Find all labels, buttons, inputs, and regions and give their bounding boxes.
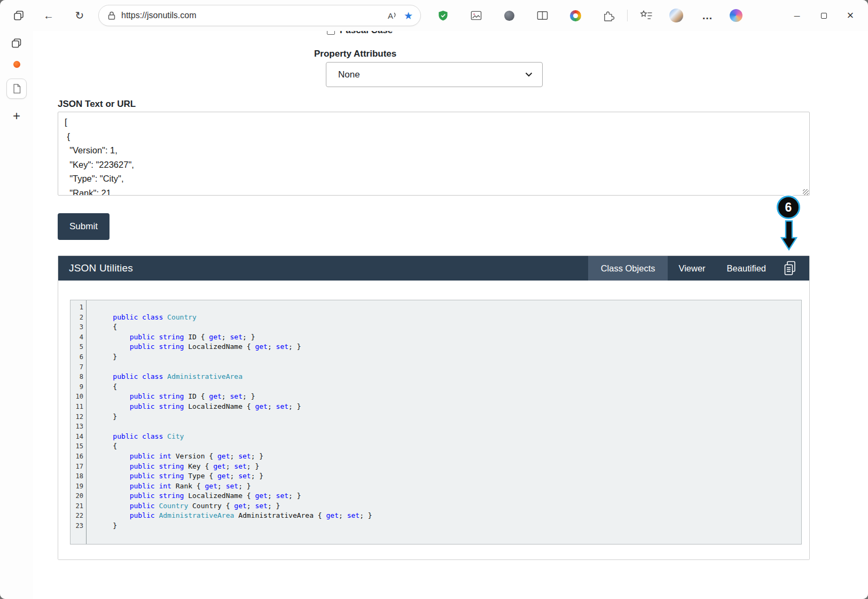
dark-extension-button[interactable] (501, 7, 517, 24)
shield-icon (437, 10, 449, 22)
code-content: public class Country { public string ID … (87, 300, 801, 544)
panel-header: JSON Utilities Class ObjectsViewerBeauti… (58, 256, 809, 281)
read-aloud-wave-icon (393, 11, 397, 19)
back-icon: ← (43, 10, 54, 21)
json-input-label: JSON Text or URL (58, 99, 136, 110)
dark-sphere-icon (504, 11, 514, 21)
maximize-button[interactable] (810, 0, 837, 31)
refresh-button[interactable]: ↻ (72, 7, 88, 24)
pascal-case-checkbox[interactable] (327, 31, 335, 35)
more-options-icon: … (702, 10, 713, 21)
annotation-step-badge: 6 (777, 196, 800, 219)
read-aloud-icon: A (388, 11, 393, 20)
active-tab[interactable] (6, 79, 27, 99)
minimize-button[interactable]: ─ (784, 0, 810, 31)
json-utilities-panel: JSON Utilities Class ObjectsViewerBeauti… (58, 255, 810, 560)
url-text: https://jsonutils.com (121, 11, 197, 20)
window-controls: ─ × (784, 0, 864, 31)
split-screen-button[interactable] (534, 7, 550, 24)
favorites-button[interactable] (638, 7, 654, 24)
split-screen-icon (536, 10, 549, 21)
json-input-textarea[interactable]: [ { "Version": 1, "Key": "223627", "Type… (58, 112, 810, 196)
screenshot-icon (470, 10, 482, 21)
profile-button[interactable] (668, 7, 684, 24)
copilot-icon (730, 9, 742, 22)
document-icon (12, 83, 21, 94)
lock-icon (107, 11, 116, 20)
tab-beautified[interactable]: Beautified (716, 256, 777, 281)
panel-body: 1234567891011121314151617181920212223 pu… (58, 281, 809, 559)
textarea-resize-handle[interactable] (803, 189, 809, 195)
close-icon: × (847, 9, 854, 22)
back-button[interactable]: ← (41, 7, 57, 24)
avatar (669, 9, 683, 22)
panel-title: JSON Utilities (69, 262, 133, 274)
address-bar[interactable]: https://jsonutils.com A ★ (98, 5, 421, 26)
pascal-case-label: Pascal Case (340, 31, 393, 36)
web-content: Pascal Case Property Attributes None JSO… (33, 31, 868, 599)
favorite-star-button[interactable]: ★ (404, 11, 413, 21)
code-block: 1234567891011121314151617181920212223 pu… (70, 300, 802, 544)
tab-actions-icon[interactable] (11, 7, 27, 24)
property-attributes-label: Property Attributes (314, 49, 396, 59)
maximize-icon (821, 13, 827, 19)
pascal-case-option[interactable]: Pascal Case (327, 31, 393, 37)
tab-viewer[interactable]: Viewer (668, 256, 716, 281)
copy-button[interactable] (783, 261, 797, 276)
submit-button[interactable]: Submit (58, 213, 110, 240)
minimize-icon: ─ (794, 11, 800, 20)
chevron-down-icon (525, 72, 533, 77)
browser-titlebar: ← ↻ https://jsonutils.com A ★ (0, 0, 868, 31)
tab-stack-icon (11, 37, 22, 49)
annotation-arrow-icon (780, 220, 797, 251)
close-button[interactable]: × (837, 0, 864, 31)
shield-extension-button[interactable] (435, 7, 451, 24)
tab-list-actions-button[interactable] (11, 37, 22, 49)
property-attributes-select[interactable]: None (326, 62, 543, 87)
extensions-puzzle-icon (603, 10, 615, 22)
browser-window: ← ↻ https://jsonutils.com A ★ (0, 0, 868, 599)
panel-tabs: Class ObjectsViewerBeautified (588, 256, 777, 281)
copilot-button[interactable] (728, 7, 744, 24)
tab-class-objects[interactable]: Class Objects (588, 256, 668, 281)
copy-pages-icon (783, 261, 797, 276)
pinwheel-icon (570, 10, 581, 21)
colorful-extension-button[interactable] (567, 7, 583, 24)
new-tab-button[interactable]: + (13, 110, 20, 122)
vertical-tabs-sidebar: + (0, 31, 33, 599)
select-value: None (338, 69, 360, 80)
refresh-icon: ↻ (75, 10, 84, 21)
settings-more-button[interactable]: … (699, 7, 715, 24)
favorites-hub-icon (640, 10, 653, 21)
toolbar-divider (627, 10, 628, 21)
line-numbers: 1234567891011121314151617181920212223 (71, 300, 87, 544)
screenshot-extension-button[interactable] (468, 7, 484, 24)
extensions-button[interactable] (600, 7, 616, 24)
read-aloud-button[interactable]: A (388, 11, 397, 20)
tab-orange-favicon[interactable] (13, 61, 20, 68)
